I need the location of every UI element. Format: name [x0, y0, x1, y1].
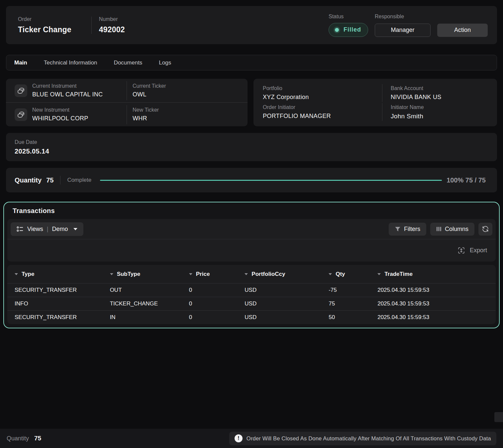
sort-caret-icon — [245, 273, 248, 275]
current-ticker-value: OWL — [133, 91, 248, 98]
responsible-field: Responsible Manager — [375, 14, 431, 37]
transactions-table: Type SubType Price PortfolioCcy Qty — [7, 265, 496, 324]
cell-qty: -75 — [321, 287, 370, 293]
footer-notice: ! Order Will Be Closed As Done Automatic… — [229, 432, 496, 445]
responsible-label: Responsible — [375, 14, 431, 20]
table-row[interactable]: SECURITY_TRANSFER OUT 0 USD -75 2025.04.… — [7, 283, 496, 297]
initiator-name-cell: Initiator Name John Smith — [382, 103, 497, 121]
transactions-toolbar-panel: Views | Demo Filters — [7, 219, 496, 262]
current-instrument-row: Current Instrument BLUE OWL CAPITAL INC … — [6, 79, 248, 102]
due-date-value: 2025.05.14 — [15, 148, 497, 155]
column-header-label: SubType — [117, 271, 141, 278]
columns-button-label: Columns — [445, 226, 468, 233]
column-header-label: TradeTime — [384, 271, 413, 278]
current-view-name: Demo — [52, 226, 68, 233]
portfolio-row: Portfolio XYZ Corporation Bank Account N… — [253, 83, 497, 103]
cell-type: SECURITY_TRANSFER — [7, 287, 103, 293]
table-header-row: Type SubType Price PortfolioCcy Qty — [7, 265, 496, 283]
cell-subtype: TICKER_CHANGE — [103, 300, 182, 307]
column-header-label: Price — [196, 271, 210, 278]
order-initiator-cell: Order Initiator PORTFOLIO MANAGER — [253, 104, 382, 120]
tab-technical-information[interactable]: Technical Information — [44, 59, 97, 66]
export-button[interactable]: Export — [470, 247, 487, 254]
new-ticker-value: WHR — [133, 115, 248, 122]
current-ticker-label: Current Ticker — [133, 83, 248, 89]
views-separator: | — [47, 226, 49, 233]
tab-logs[interactable]: Logs — [159, 59, 171, 66]
current-ticker-cell: Current Ticker OWL — [127, 81, 248, 100]
tab-main[interactable]: Main — [14, 59, 27, 66]
column-header-qty[interactable]: Qty — [321, 271, 370, 278]
number-field: Number 492002 — [99, 16, 125, 34]
chevron-down-icon — [73, 228, 77, 230]
portfolio-label: Portfolio — [263, 85, 382, 91]
action-button[interactable]: Action — [437, 24, 488, 37]
header-divider — [91, 17, 92, 34]
coins-icon — [15, 84, 27, 97]
tab-bar: Main Technical Information Documents Log… — [6, 55, 497, 70]
table-row[interactable]: SECURITY_TRANSFER IN 0 USD 50 2025.04.30… — [7, 310, 496, 324]
column-header-label: PortfolioCcy — [252, 271, 285, 278]
progress-text: 100% 75 / 75 — [447, 176, 486, 184]
order-initiator-value: PORTFOLIO MANAGER — [263, 113, 382, 120]
export-icon — [457, 246, 465, 255]
portfolio-card: Portfolio XYZ Corporation Bank Account N… — [253, 79, 497, 126]
quantity-status: Complete — [67, 177, 91, 183]
tab-documents[interactable]: Documents — [114, 59, 142, 66]
column-header-label: Qty — [336, 271, 345, 278]
progress-line — [100, 180, 442, 181]
sort-caret-icon — [189, 273, 192, 275]
cell-subtype: OUT — [103, 287, 182, 293]
table-row[interactable]: INFO TICKER_CHANGE 0 USD 75 2025.04.30 1… — [7, 297, 496, 310]
filters-button[interactable]: Filters — [389, 223, 426, 236]
bank-account-label: Bank Account — [391, 85, 497, 91]
cell-portfolioccy: USD — [237, 287, 321, 293]
coins-icon — [15, 108, 27, 121]
column-header-label: Type — [22, 271, 34, 278]
cell-qty: 75 — [321, 300, 370, 307]
cell-subtype: IN — [103, 314, 182, 321]
footer-bar: Quantity 75 ! Order Will Be Closed As Do… — [0, 429, 503, 448]
columns-icon — [436, 226, 442, 232]
cell-type: SECURITY_TRANSFER — [7, 314, 103, 321]
status-badge: Filled — [329, 23, 368, 37]
column-header-tradetime[interactable]: TradeTime — [370, 271, 496, 278]
transactions-section: Transactions Views | Demo — [3, 202, 500, 328]
toolbar-right-group: Filters Columns — [389, 223, 492, 236]
column-header-subtype[interactable]: SubType — [103, 271, 182, 278]
order-value: Ticker Change — [18, 25, 71, 34]
current-instrument-cell: Current Instrument BLUE OWL CAPITAL INC — [6, 83, 127, 98]
manager-button[interactable]: Manager — [375, 24, 431, 37]
views-dropdown[interactable]: Views | Demo — [11, 222, 83, 236]
columns-button[interactable]: Columns — [430, 223, 474, 236]
initiator-row: Order Initiator PORTFOLIO MANAGER Initia… — [253, 103, 497, 122]
scrollbar-thumb[interactable] — [494, 412, 503, 422]
portfolio-cell: Portfolio XYZ Corporation — [253, 85, 382, 101]
details-row: Current Instrument BLUE OWL CAPITAL INC … — [6, 79, 497, 126]
new-ticker-label: New Ticker — [133, 107, 248, 113]
exclamation-icon: ! — [235, 434, 243, 442]
manager-button-label: Manager — [391, 27, 414, 34]
quantity-divider — [60, 176, 60, 184]
order-page: Order Ticker Change Number 492002 Status… — [0, 0, 503, 448]
number-label: Number — [99, 16, 125, 22]
refresh-button[interactable] — [478, 223, 492, 236]
quantity-progress-card: Quantity 75 Complete 100% 75 / 75 — [6, 168, 497, 192]
bank-account-cell: Bank Account NIVIDIA BANK US — [382, 84, 497, 102]
footer-quantity-value: 75 — [34, 435, 41, 442]
initiator-name-label: Initiator Name — [391, 104, 497, 110]
cell-tradetime: 2025.04.30 15:59:53 — [370, 287, 496, 293]
column-header-price[interactable]: Price — [182, 271, 238, 278]
column-header-type[interactable]: Type — [7, 271, 103, 278]
portfolio-value: XYZ Corporation — [263, 94, 382, 101]
status-dot-icon — [334, 27, 340, 33]
instrument-card: Current Instrument BLUE OWL CAPITAL INC … — [6, 79, 248, 126]
due-date-label: Due Date — [15, 139, 497, 145]
initiator-name-value: John Smith — [391, 113, 497, 120]
sort-caret-icon — [377, 273, 381, 275]
sort-caret-icon — [329, 273, 332, 275]
column-header-portfolioccy[interactable]: PortfolioCcy — [237, 271, 321, 278]
views-label: Views — [27, 226, 43, 233]
current-instrument-label: Current Instrument — [32, 83, 103, 89]
order-label: Order — [18, 16, 71, 22]
